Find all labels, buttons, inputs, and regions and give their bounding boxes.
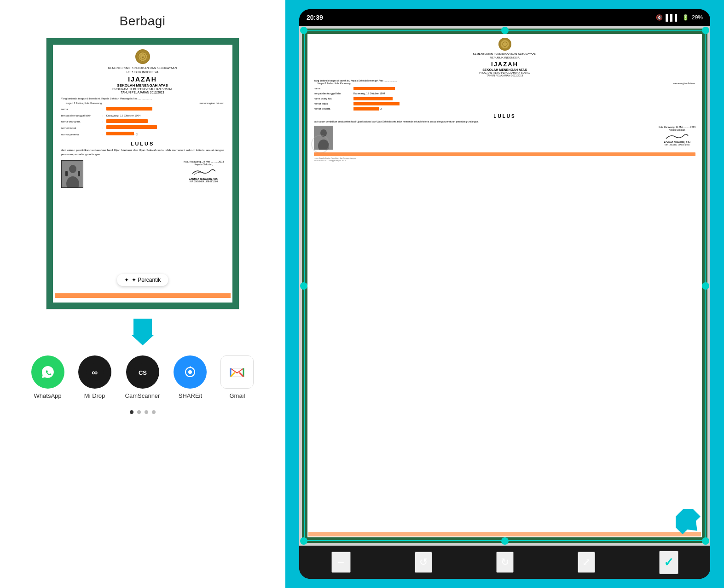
- back-icon: ←: [336, 556, 346, 568]
- crop-handle-bc[interactable]: [501, 537, 509, 545]
- phone-doc-header: KEMENTERIAN PENDIDIKAN DAN KEBUDAYAANREP…: [314, 38, 695, 79]
- lulus-desc: dari satuan pendidikan berdasarkan hasil…: [61, 148, 224, 157]
- dot-3[interactable]: [145, 410, 148, 414]
- svg-point-16: [188, 370, 192, 374]
- doc-footer: Kab. Karawang, 24 Mei .......... 2013 Ke…: [61, 160, 224, 188]
- crop-handle-bl[interactable]: [300, 537, 307, 545]
- phone-doc-bg: KEMENTERIAN PENDIDIKAN DAN KEBUDAYAANREP…: [299, 26, 710, 546]
- doc-photo-area: [61, 160, 83, 188]
- svg-rect-7: [78, 171, 80, 176]
- phone-frame: 20:39 🔇 ▌▌▌ 🔋 29%: [299, 9, 710, 579]
- svg-text:∞: ∞: [92, 368, 98, 377]
- phone-orange-bar: [314, 152, 695, 156]
- status-time: 20:39: [307, 14, 323, 21]
- shareit-icon: [174, 355, 207, 389]
- crop-handle-tc[interactable]: [501, 27, 509, 34]
- doc-program: PROGRAM : ILMU PENGETAHUAN SOSIAL: [112, 87, 173, 91]
- expand-icon: ⤢: [582, 556, 591, 568]
- battery-percent: 29%: [692, 14, 703, 21]
- doc-school-type: SEKOLAH MENENGAH ATAS: [117, 83, 168, 87]
- svg-marker-8: [131, 319, 154, 345]
- app-midrop[interactable]: ∞ Mi Drop: [78, 355, 111, 399]
- document-content: ⚜ KEMENTERIAN PENDIDIKAN DAN KEBUDAYAAN …: [53, 45, 232, 303]
- undo-icon: ↺: [419, 556, 428, 568]
- lulus-section: LULUS: [131, 141, 155, 146]
- dot-2[interactable]: [137, 410, 141, 414]
- mute-icon: 🔇: [656, 14, 663, 21]
- app-camscanner[interactable]: CS CamScanner: [125, 355, 160, 399]
- doc-row-ttl: tempat dan tanggal lahir : Karawang, 12 …: [61, 113, 224, 118]
- status-bar: 20:39 🔇 ▌▌▌ 🔋 29%: [299, 9, 710, 26]
- document-logo: ⚜: [135, 49, 150, 64]
- redo-button[interactable]: ↻: [496, 552, 514, 573]
- share-apps-row: WhatsApp ∞ Mi Drop CS CamScanner: [31, 355, 254, 399]
- check-button[interactable]: ✓: [659, 551, 678, 574]
- gmail-icon: [220, 355, 254, 389]
- orange-bar-bottom: [55, 293, 231, 298]
- blue-arrow-down: [131, 319, 154, 346]
- doc-nip: NIP. 1965.0804 1979.03 1.004: [184, 180, 224, 183]
- whatsapp-icon: [31, 355, 64, 389]
- crop-handle-ml[interactable]: [300, 282, 307, 290]
- svg-text:⚜: ⚜: [141, 55, 144, 59]
- midrop-label: Mi Drop: [84, 392, 105, 399]
- percantik-icon: ✦: [124, 277, 129, 283]
- signal-icon: ▌▌▌: [666, 14, 679, 21]
- redo-icon: ↻: [501, 556, 509, 568]
- dot-1[interactable]: [130, 410, 133, 414]
- svg-marker-24: [676, 509, 701, 535]
- doc-row-peserta: nomor peserta : - 2: [61, 132, 224, 137]
- undo-button[interactable]: ↺: [415, 552, 432, 573]
- svg-rect-6: [65, 171, 68, 176]
- expand-button[interactable]: ⤢: [578, 552, 595, 573]
- camscanner-icon: CS: [126, 355, 159, 389]
- phone-bottom-bar: ← ↺ ↻ ⤢ ✓: [299, 546, 710, 579]
- doc-ministry: KEMENTERIAN PENDIDIKAN DAN KEBUDAYAAN RE…: [108, 66, 177, 74]
- svg-text:CS: CS: [138, 369, 146, 376]
- doc-title: IJAZAH: [128, 76, 157, 83]
- svg-point-19: [501, 40, 509, 48]
- battery-icon: 🔋: [682, 14, 689, 21]
- check-icon: ✓: [664, 555, 674, 569]
- dot-4[interactable]: [152, 410, 156, 414]
- blue-arrow-phone: [676, 509, 701, 536]
- status-icons: 🔇 ▌▌▌ 🔋 29%: [656, 14, 703, 21]
- crop-handle-mr[interactable]: [702, 282, 709, 290]
- gmail-label: Gmail: [229, 392, 245, 399]
- phone-doc-logo: [498, 38, 511, 51]
- app-gmail[interactable]: Gmail: [220, 355, 254, 399]
- camscanner-label: CamScanner: [125, 392, 160, 399]
- lulus-title: LULUS: [131, 141, 155, 146]
- doc-row-ortu: nama orang tua :: [61, 119, 224, 125]
- svg-point-4: [69, 165, 76, 173]
- doc-info-section: Yang bertanda tangan di bawah ini, Kepal…: [61, 97, 224, 138]
- crop-handle-br[interactable]: [702, 537, 709, 545]
- phone-content: KEMENTERIAN PENDIDIKAN DAN KEBUDAYAANREP…: [299, 26, 710, 546]
- doc-photo: [61, 160, 83, 188]
- shareit-label: SHAREit: [179, 392, 202, 399]
- whatsapp-label: WhatsApp: [34, 392, 62, 399]
- left-panel: Berbagi ⚜ KEMENTERIAN PENDIDIKAN DAN KEB…: [0, 0, 285, 588]
- app-shareit[interactable]: SHAREit: [174, 355, 207, 399]
- crop-handle-tl[interactable]: [300, 27, 307, 34]
- doc-year: TAHUN PELAJARAN 2012/2013: [121, 91, 164, 94]
- app-whatsapp[interactable]: WhatsApp: [31, 355, 64, 399]
- document-preview: ⚜ KEMENTERIAN PENDIDIKAN DAN KEBUDAYAAN …: [46, 38, 239, 309]
- phone-doc-orange-overlay: [308, 532, 701, 536]
- midrop-icon: ∞: [78, 355, 111, 389]
- doc-row-induk: nomor induk :: [61, 125, 224, 131]
- phone-doc: KEMENTERIAN PENDIDIKAN DAN KEBUDAYAANREP…: [302, 29, 707, 543]
- doc-intro: Yang bertanda tangan di bawah ini, Kepal…: [61, 97, 224, 106]
- page-title: Berbagi: [119, 14, 165, 29]
- right-panel: 20:39 🔇 ▌▌▌ 🔋 29%: [285, 0, 724, 588]
- phone-doc-content: KEMENTERIAN PENDIDIKAN DAN KEBUDAYAANREP…: [307, 34, 702, 537]
- doc-position: Kepala Sekolah,: [184, 163, 224, 166]
- doc-row-nama: nama :: [61, 107, 224, 112]
- back-button[interactable]: ←: [331, 552, 351, 573]
- doc-signature: Kab. Karawang, 24 Mei .......... 2013 Ke…: [184, 160, 224, 183]
- percantik-label: ✦ Percantik: [132, 277, 161, 283]
- percantik-button[interactable]: ✦ ✦ Percantik: [117, 274, 168, 286]
- pagination-dots: [130, 410, 156, 414]
- crop-handle-tr[interactable]: [702, 27, 709, 34]
